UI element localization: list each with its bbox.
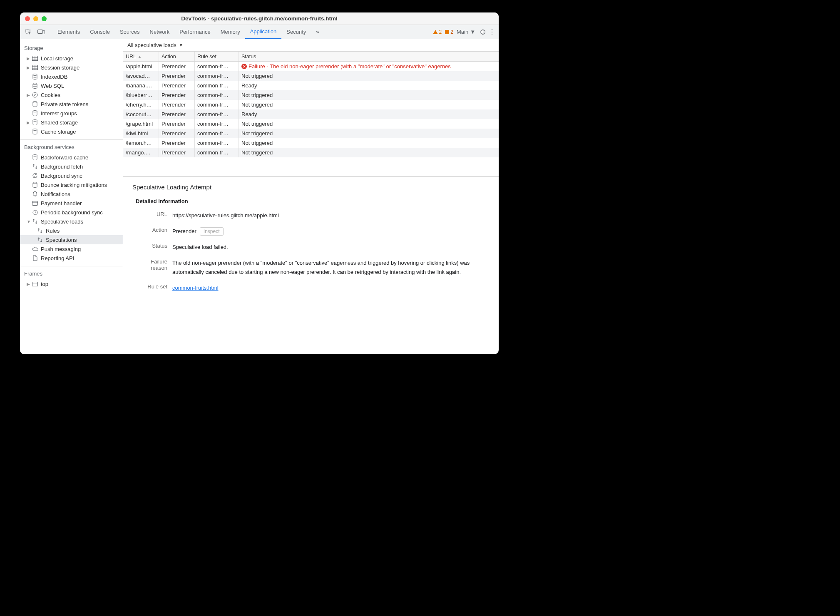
cell-status: Not triggered xyxy=(239,148,499,157)
sidebar-item-notifications[interactable]: Notifications xyxy=(20,189,123,199)
sidebar-item-private-tokens[interactable]: Private state tokens xyxy=(20,99,123,109)
cell-status: Ready xyxy=(239,81,499,90)
tab-network[interactable]: Network xyxy=(145,25,175,39)
col-header-ruleset[interactable]: Rule set xyxy=(195,52,239,61)
sidebar-item-indexeddb[interactable]: IndexedDB xyxy=(20,72,123,81)
table-row[interactable]: /blueberr…Prerendercommon-fr…Not trigger… xyxy=(123,90,499,100)
cell-action: Prerender xyxy=(159,90,195,100)
svg-rect-1 xyxy=(38,30,43,33)
tab-security[interactable]: Security xyxy=(281,25,311,39)
sidebar-item-periodic-sync[interactable]: Periodic background sync xyxy=(20,208,123,217)
cell-status: Not triggered xyxy=(239,119,499,129)
cookie-icon xyxy=(32,92,38,98)
bg-services-heading: Background services xyxy=(20,142,123,153)
label-ruleset: Rule set xyxy=(136,283,172,293)
col-header-action[interactable]: Action xyxy=(159,52,195,61)
label-status: Status xyxy=(136,243,172,252)
inspect-element-icon[interactable] xyxy=(23,27,34,37)
transfer-icon xyxy=(32,218,38,225)
cell-status: Not triggered xyxy=(239,129,499,138)
svg-point-16 xyxy=(34,95,35,96)
cell-action: Prerender xyxy=(159,100,195,109)
window-titlebar: DevTools - speculative-rules.glitch.me/c… xyxy=(20,12,499,25)
cell-status: Not triggered xyxy=(239,71,499,81)
devtools-window: DevTools - speculative-rules.glitch.me/c… xyxy=(20,12,499,354)
svg-point-21 xyxy=(33,155,37,156)
inspect-button[interactable]: Inspect xyxy=(200,227,224,236)
table-row[interactable]: /cherry.h…Prerendercommon-fr…Not trigger… xyxy=(123,100,499,109)
sort-asc-icon: ▲ xyxy=(138,55,142,59)
svg-point-22 xyxy=(33,182,37,184)
cloud-icon xyxy=(32,246,38,252)
tab-application[interactable]: Application xyxy=(245,25,282,39)
sidebar-item-bg-fetch[interactable]: Background fetch xyxy=(20,162,123,171)
sidebar-item-cache-storage[interactable]: Cache storage xyxy=(20,127,123,136)
table-row[interactable]: /apple.htmlPrerendercommon-fr…✕Failure -… xyxy=(123,62,499,71)
sidebar-item-reporting[interactable]: Reporting API xyxy=(20,253,123,263)
card-icon xyxy=(32,200,38,206)
cell-url: /cherry.h… xyxy=(123,100,159,109)
zoom-window-button[interactable] xyxy=(42,16,47,21)
sidebar-item-rules[interactable]: Rules xyxy=(20,226,123,235)
transfer-icon xyxy=(37,236,43,243)
table-row[interactable]: /kiwi.htmlPrerendercommon-fr…Not trigger… xyxy=(123,129,499,138)
table-row[interactable]: /banana.…Prerendercommon-fr…Ready xyxy=(123,81,499,90)
more-options-icon[interactable]: ⋮ xyxy=(489,28,495,36)
main-content: All speculative loads▼ URL▲ Action Rule … xyxy=(123,39,499,354)
svg-point-12 xyxy=(33,83,37,85)
sidebar-item-bg-sync[interactable]: Background sync xyxy=(20,171,123,180)
table-row[interactable]: /grape.htmlPrerendercommon-fr…Not trigge… xyxy=(123,119,499,129)
table-header: URL▲ Action Rule set Status xyxy=(123,52,499,62)
col-header-url[interactable]: URL▲ xyxy=(123,52,159,61)
cell-action: Prerender xyxy=(159,129,195,138)
sidebar-item-push[interactable]: Push messaging xyxy=(20,244,123,253)
table-row[interactable]: /mango.…Prerendercommon-fr…Not triggered xyxy=(123,148,499,157)
sidebar-item-bounce[interactable]: Bounce tracking mitigations xyxy=(20,180,123,189)
cell-action: Prerender xyxy=(159,119,195,129)
detail-section-heading: Detailed information xyxy=(132,198,490,204)
issues-badge[interactable]: 2 xyxy=(445,29,453,35)
value-status: Speculative load failed. xyxy=(172,243,490,252)
tab-memory[interactable]: Memory xyxy=(216,25,245,39)
table-row[interactable]: /avocad…Prerendercommon-fr…Not triggered xyxy=(123,71,499,81)
cell-status: Not triggered xyxy=(239,138,499,148)
table-row[interactable]: /coconut…Prerendercommon-fr…Ready xyxy=(123,109,499,119)
storage-heading: Storage xyxy=(20,42,123,54)
device-toggle-icon[interactable] xyxy=(36,27,47,37)
tab-sources[interactable]: Sources xyxy=(115,25,145,39)
file-icon xyxy=(32,255,38,261)
database-icon xyxy=(32,110,38,117)
target-selector[interactable]: Main▼ xyxy=(457,29,475,35)
sidebar-item-session-storage[interactable]: ▶Session storage xyxy=(20,63,123,72)
tab-console[interactable]: Console xyxy=(85,25,115,39)
sidebar-item-top-frame[interactable]: ▶top xyxy=(20,279,123,288)
close-window-button[interactable] xyxy=(25,16,30,21)
cell-action: Prerender xyxy=(159,71,195,81)
tab-overflow[interactable]: » xyxy=(311,25,324,39)
ruleset-link[interactable]: common-fruits.html xyxy=(172,285,219,291)
chevron-down-icon: ▼ xyxy=(470,29,475,35)
sidebar-item-speculations[interactable]: Speculations xyxy=(20,235,123,244)
filter-selector[interactable]: All speculative loads▼ xyxy=(127,42,183,48)
cell-ruleset: common-fr… xyxy=(195,109,239,119)
svg-rect-26 xyxy=(32,282,38,286)
sidebar-item-interest-groups[interactable]: Interest groups xyxy=(20,109,123,118)
table-row[interactable]: /lemon.h…Prerendercommon-fr…Not triggere… xyxy=(123,138,499,148)
sidebar-item-bf-cache[interactable]: Back/forward cache xyxy=(20,153,123,162)
minimize-window-button[interactable] xyxy=(33,16,38,21)
sidebar-item-speculative[interactable]: ▼Speculative loads xyxy=(20,217,123,226)
cell-url: /avocad… xyxy=(123,71,159,81)
cell-ruleset: common-fr… xyxy=(195,62,239,71)
sidebar-item-cookies[interactable]: ▶Cookies xyxy=(20,90,123,99)
tab-performance[interactable]: Performance xyxy=(174,25,215,39)
database-icon xyxy=(32,82,38,89)
sidebar-item-local-storage[interactable]: ▶Local storage xyxy=(20,54,123,63)
database-icon xyxy=(32,73,38,80)
sidebar-item-shared-storage[interactable]: ▶Shared storage xyxy=(20,118,123,127)
sidebar-item-websql[interactable]: Web SQL xyxy=(20,81,123,90)
tab-elements[interactable]: Elements xyxy=(52,25,85,39)
col-header-status[interactable]: Status xyxy=(239,52,499,61)
warnings-badge[interactable]: 2 xyxy=(433,29,442,35)
sidebar-item-payment[interactable]: Payment handler xyxy=(20,199,123,208)
settings-icon[interactable] xyxy=(479,29,485,35)
